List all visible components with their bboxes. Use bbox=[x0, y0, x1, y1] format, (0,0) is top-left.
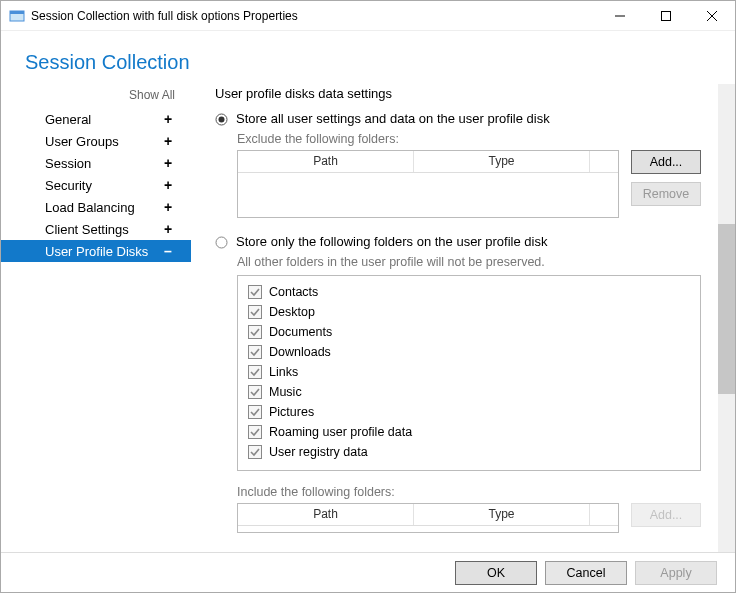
sidebar-item-user-profile-disks[interactable]: User Profile Disks– bbox=[1, 240, 191, 262]
radio-icon bbox=[215, 235, 228, 248]
include-folders-label: Include the following folders: bbox=[237, 485, 701, 499]
folder-checkbox-row[interactable]: Links bbox=[238, 362, 700, 382]
col-spacer bbox=[590, 151, 618, 172]
folder-checkbox-label: User registry data bbox=[269, 445, 368, 459]
sidebar-item-label: General bbox=[45, 112, 91, 127]
col-path[interactable]: Path bbox=[238, 151, 414, 172]
folder-checkbox-label: Desktop bbox=[269, 305, 315, 319]
app-icon bbox=[9, 8, 25, 24]
checkbox-icon bbox=[248, 285, 262, 299]
folder-checkbox-row[interactable]: Documents bbox=[238, 322, 700, 342]
svg-point-7 bbox=[219, 117, 225, 123]
checkbox-icon bbox=[248, 365, 262, 379]
folder-checkbox-label: Contacts bbox=[269, 285, 318, 299]
add-exclude-button[interactable]: Add... bbox=[631, 150, 701, 174]
exclude-table-header: Path Type bbox=[238, 151, 618, 173]
folder-checkbox-label: Documents bbox=[269, 325, 332, 339]
main-panel: User profile disks data settings Store a… bbox=[191, 84, 735, 552]
expand-icon: + bbox=[161, 111, 175, 127]
sidebar-item-load-balancing[interactable]: Load Balancing+ bbox=[1, 196, 191, 218]
folder-checkbox-label: Pictures bbox=[269, 405, 314, 419]
expand-icon: + bbox=[161, 177, 175, 193]
folder-checkbox-label: Links bbox=[269, 365, 298, 379]
sidebar-item-label: Session bbox=[45, 156, 91, 171]
col-type[interactable]: Type bbox=[414, 504, 590, 525]
expand-icon: + bbox=[161, 221, 175, 237]
sidebar-item-client-settings[interactable]: Client Settings+ bbox=[1, 218, 191, 240]
sidebar-item-security[interactable]: Security+ bbox=[1, 174, 191, 196]
folder-checkbox-row[interactable]: Desktop bbox=[238, 302, 700, 322]
radio-store-all-label: Store all user settings and data on the … bbox=[236, 111, 550, 126]
vertical-scrollbar[interactable] bbox=[718, 84, 735, 552]
sidebar-item-session[interactable]: Session+ bbox=[1, 152, 191, 174]
folder-checkbox-row[interactable]: Pictures bbox=[238, 402, 700, 422]
apply-button: Apply bbox=[635, 561, 717, 585]
expand-icon: + bbox=[161, 199, 175, 215]
checkbox-icon bbox=[248, 445, 262, 459]
checkbox-icon bbox=[248, 305, 262, 319]
maximize-button[interactable] bbox=[643, 1, 689, 30]
radio-icon bbox=[215, 112, 228, 125]
sidebar-item-label: User Groups bbox=[45, 134, 119, 149]
store-only-note: All other folders in the user profile wi… bbox=[237, 255, 701, 269]
sidebar-item-user-groups[interactable]: User Groups+ bbox=[1, 130, 191, 152]
include-block: Include the following folders: Path Type bbox=[215, 485, 701, 533]
content-area: Session Collection Show All General+User… bbox=[1, 31, 735, 592]
sidebar: Show All General+User Groups+Session+Sec… bbox=[1, 84, 191, 552]
scrollbar-thumb[interactable] bbox=[718, 224, 735, 394]
cancel-button[interactable]: Cancel bbox=[545, 561, 627, 585]
radio-store-only-label: Store only the following folders on the … bbox=[236, 234, 547, 249]
folder-checkbox-row[interactable]: Roaming user profile data bbox=[238, 422, 700, 442]
properties-window: Session Collection with full disk option… bbox=[0, 0, 736, 593]
expand-icon: + bbox=[161, 155, 175, 171]
col-type[interactable]: Type bbox=[414, 151, 590, 172]
sidebar-item-general[interactable]: General+ bbox=[1, 108, 191, 130]
close-button[interactable] bbox=[689, 1, 735, 30]
checkbox-icon bbox=[248, 385, 262, 399]
checkbox-icon bbox=[248, 405, 262, 419]
ok-button[interactable]: OK bbox=[455, 561, 537, 585]
sidebar-item-label: Client Settings bbox=[45, 222, 129, 237]
exclude-table[interactable]: Path Type bbox=[237, 150, 619, 218]
folder-checkbox-label: Roaming user profile data bbox=[269, 425, 412, 439]
window-controls bbox=[597, 1, 735, 30]
folder-checkbox-row[interactable]: Music bbox=[238, 382, 700, 402]
col-path[interactable]: Path bbox=[238, 504, 414, 525]
show-all-link[interactable]: Show All bbox=[1, 84, 191, 108]
folder-checkbox-label: Music bbox=[269, 385, 302, 399]
section-title: User profile disks data settings bbox=[215, 84, 701, 101]
add-include-button[interactable]: Add... bbox=[631, 503, 701, 527]
page-title: Session Collection bbox=[1, 31, 735, 84]
checkbox-icon bbox=[248, 325, 262, 339]
folder-checkbox-row[interactable]: Downloads bbox=[238, 342, 700, 362]
svg-point-8 bbox=[216, 237, 227, 248]
sidebar-item-label: Security bbox=[45, 178, 92, 193]
folder-checkbox-row[interactable]: Contacts bbox=[238, 282, 700, 302]
dialog-footer: OK Cancel Apply bbox=[1, 552, 735, 592]
col-spacer bbox=[590, 504, 618, 525]
body: Show All General+User Groups+Session+Sec… bbox=[1, 84, 735, 552]
radio-store-only[interactable]: Store only the following folders on the … bbox=[215, 234, 701, 249]
sidebar-item-label: User Profile Disks bbox=[45, 244, 148, 259]
title-bar: Session Collection with full disk option… bbox=[1, 1, 735, 31]
remove-exclude-button: Remove bbox=[631, 182, 701, 206]
radio-store-all[interactable]: Store all user settings and data on the … bbox=[215, 111, 701, 126]
folder-checklist: ContactsDesktopDocumentsDownloadsLinksMu… bbox=[237, 275, 701, 471]
svg-rect-1 bbox=[10, 11, 24, 14]
window-title: Session Collection with full disk option… bbox=[31, 9, 597, 23]
checkbox-icon bbox=[248, 425, 262, 439]
folder-checkbox-row[interactable]: User registry data bbox=[238, 442, 700, 462]
checkbox-icon bbox=[248, 345, 262, 359]
minimize-button[interactable] bbox=[597, 1, 643, 30]
include-buttons: Add... bbox=[631, 503, 701, 533]
expand-icon: + bbox=[161, 133, 175, 149]
collapse-icon: – bbox=[161, 243, 175, 259]
include-table[interactable]: Path Type bbox=[237, 503, 619, 533]
exclude-buttons: Add... Remove bbox=[631, 150, 701, 218]
exclude-block: Path Type Add... Remove bbox=[237, 150, 701, 218]
exclude-folders-label: Exclude the following folders: bbox=[237, 132, 701, 146]
sidebar-item-label: Load Balancing bbox=[45, 200, 135, 215]
include-table-header: Path Type bbox=[238, 504, 618, 526]
svg-rect-3 bbox=[662, 11, 671, 20]
folder-checkbox-label: Downloads bbox=[269, 345, 331, 359]
